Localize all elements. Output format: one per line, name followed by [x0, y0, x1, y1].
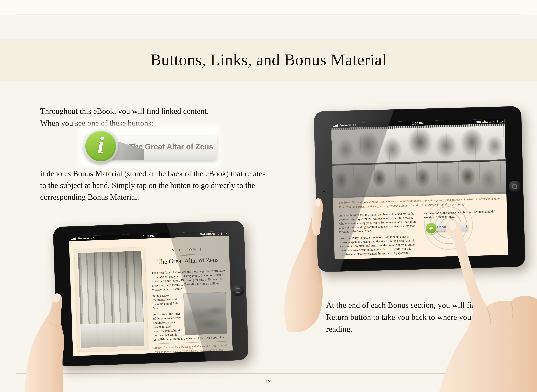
return-button[interactable]: Return to 1 — [425, 221, 469, 233]
column-right: and was one of the greatest symbols of o… — [424, 209, 503, 257]
bonus-info-button[interactable]: The Great Altar of Zeus i — [81, 127, 218, 165]
frieze-photo-top-row — [331, 124, 505, 164]
column-left: and thou holdest fast my name, and hast … — [339, 211, 417, 259]
ipad-right-screen: Verizon 1:00 PM Not Charging Top Row: Th… — [331, 119, 508, 259]
ipad-left: Verizon 1:00 PM Not Charging SECTION 1 T — [53, 220, 249, 367]
colonnade-photo — [78, 251, 145, 348]
chapter-header-band: Buttons, Links, and Bonus Material — [0, 39, 537, 81]
ipad-right: Verizon 1:00 PM Not Charging Top Row: Th… — [314, 106, 525, 272]
folio-page-number: ix — [0, 377, 537, 385]
return-button-suffix: 1 — [466, 224, 468, 229]
frieze-caption-label-1: Top Row: — [339, 201, 351, 204]
intro-paragraph: Throughout this eBook, you will find lin… — [40, 105, 264, 129]
top-rule — [16, 14, 521, 15]
column-right-paragraph-1: and was one of the greatest symbols of o… — [424, 209, 502, 219]
col1-p1-italic: where Satan dwelleth” — [372, 220, 400, 224]
ebook-page-222: SECTION 1 The Great Altar of Zeus The Gr… — [69, 236, 233, 356]
front-camera — [323, 191, 325, 192]
frieze-caption-text-1: The detail of expression and movement ca… — [351, 197, 492, 204]
colonnade-photo-frame — [74, 247, 148, 352]
excavation-aerial-photo — [183, 292, 227, 335]
battery-status-label: Not Charging — [476, 120, 495, 124]
battery-icon — [221, 232, 226, 235]
top-margin-strip — [0, 0, 537, 14]
ebook-page-229: Top Row: The detail of expression and mo… — [331, 124, 508, 259]
signal-bars-icon — [333, 124, 339, 127]
carrier-label: Verizon — [340, 123, 351, 127]
signal-bars-icon — [71, 237, 77, 240]
bottom-rule — [16, 373, 521, 374]
intro-line-1: Throughout this eBook, you will find lin… — [40, 105, 264, 117]
knuckle-crease — [511, 302, 513, 318]
return-button-label: Return to — [437, 224, 453, 229]
photo-caption-label: Above: — [154, 346, 162, 349]
page-title: Buttons, Links, and Bonus Material — [0, 39, 537, 81]
home-button[interactable] — [509, 181, 521, 193]
carrier-label: Verizon — [78, 236, 89, 240]
column-left-paragraph-1: and thou holdest fast my name, and hast … — [339, 211, 417, 234]
article-title: The Great Altar of Zeus — [151, 256, 225, 266]
return-description-paragraph: At the end of each Bonus section, you wi… — [326, 299, 504, 335]
article-body: The Great Altar of Zeus was the most mag… — [151, 268, 228, 356]
section-divider-ornament — [179, 254, 197, 256]
frieze-photo-bottom-row — [332, 161, 506, 198]
section-label: SECTION 1 — [151, 247, 224, 253]
bonus-description-paragraph: it denotes Bonus Material (stored at the… — [40, 168, 269, 203]
ebook-page-229-columns: and thou holdest fast my name, and hast … — [333, 205, 508, 259]
column-left-paragraph-2: From the valley below, a spectator could… — [339, 234, 418, 257]
battery-status-label: Not Charging — [200, 232, 219, 236]
wifi-icon — [352, 124, 357, 127]
ebook-page-222-text-column: SECTION 1 The Great Altar of Zeus The Gr… — [151, 244, 227, 353]
info-icon-glyph: i — [83, 128, 118, 163]
ipad-left-screen: Verizon 1:00 PM Not Charging SECTION 1 T — [69, 231, 233, 356]
wifi-icon — [90, 237, 94, 240]
front-camera — [62, 296, 64, 298]
battery-icon — [497, 120, 502, 123]
home-button[interactable] — [232, 285, 244, 297]
article-paragraph-1a: The Great Altar of Zeus was the most mag… — [151, 268, 226, 292]
info-icon[interactable]: i — [83, 128, 118, 163]
